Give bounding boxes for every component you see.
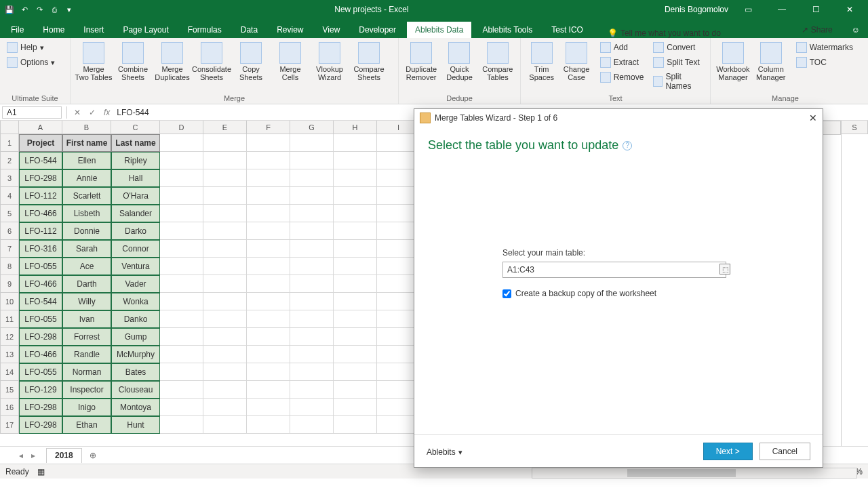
cell[interactable] — [247, 381, 290, 399]
cell[interactable]: LFO-298 — [19, 328, 62, 346]
cell[interactable] — [160, 152, 203, 169]
cell[interactable] — [334, 152, 377, 169]
cell[interactable] — [203, 134, 247, 152]
qat-more-icon[interactable]: ▾ — [64, 4, 75, 15]
cell[interactable] — [203, 381, 247, 399]
help-button[interactable]: Help ▾ — [4, 41, 58, 54]
ribbon-button[interactable]: Merge Two Tables — [75, 41, 113, 81]
cell[interactable] — [160, 310, 203, 328]
cell[interactable]: Ace — [62, 258, 111, 275]
cell[interactable]: LFO-466 — [19, 275, 62, 293]
row-header[interactable]: 13 — [0, 346, 19, 363]
tab-ablebits-data[interactable]: Ablebits Data — [407, 22, 471, 38]
cell[interactable]: Inigo — [62, 399, 111, 416]
redo-icon[interactable]: ↷ — [34, 4, 45, 15]
cell[interactable]: O'Hara — [111, 187, 160, 205]
cell[interactable]: Forrest — [62, 328, 111, 346]
split-names-button[interactable]: Split Names — [650, 70, 706, 92]
cell[interactable] — [334, 381, 377, 399]
cell[interactable] — [290, 169, 334, 187]
cell[interactable]: LFO-112 — [19, 222, 62, 240]
cell[interactable] — [203, 328, 247, 346]
cell[interactable]: LFO-055 — [19, 363, 62, 381]
remove-button[interactable]: Remove — [597, 70, 647, 84]
cell[interactable] — [203, 187, 247, 205]
cell[interactable]: McMurphy — [111, 346, 160, 363]
cell[interactable]: Sarah — [62, 240, 111, 258]
cell[interactable] — [334, 293, 377, 310]
cell[interactable] — [247, 310, 290, 328]
toc-button[interactable]: TOC — [793, 56, 856, 69]
cell[interactable]: Willy — [62, 293, 111, 310]
cell[interactable] — [203, 169, 247, 187]
cell[interactable]: LFO-055 — [19, 310, 62, 328]
cell[interactable] — [290, 346, 334, 363]
save-icon[interactable]: 💾 — [4, 4, 15, 15]
cell[interactable] — [334, 258, 377, 275]
row-header[interactable]: 2 — [0, 152, 19, 169]
cell[interactable] — [247, 275, 290, 293]
cell[interactable]: Danko — [111, 310, 160, 328]
tab-developer[interactable]: Developer — [351, 22, 404, 38]
cell[interactable] — [160, 205, 203, 222]
tab-page-layout[interactable]: Page Layout — [115, 22, 176, 38]
cell[interactable] — [247, 187, 290, 205]
cell[interactable] — [160, 187, 203, 205]
cell[interactable] — [334, 363, 377, 381]
tab-view[interactable]: View — [315, 22, 349, 38]
cell[interactable] — [334, 134, 377, 152]
cell[interactable]: LFO-298 — [19, 416, 62, 434]
cell[interactable] — [247, 205, 290, 222]
cell[interactable] — [247, 152, 290, 169]
tab-test-ico[interactable]: Test ICO — [543, 22, 591, 38]
cell[interactable] — [160, 258, 203, 275]
undo-icon[interactable]: ↶ — [19, 4, 30, 15]
range-picker-icon[interactable]: ⬚ — [719, 264, 730, 274]
ribbon-button[interactable]: Quick Dedupe — [441, 41, 477, 81]
cell[interactable] — [160, 381, 203, 399]
cell[interactable]: Hall — [111, 169, 160, 187]
cell[interactable] — [334, 346, 377, 363]
cell[interactable] — [203, 363, 247, 381]
cell[interactable] — [290, 381, 334, 399]
close-icon[interactable]: ✕ — [835, 5, 864, 14]
cell[interactable] — [290, 328, 334, 346]
add-button[interactable]: Add — [597, 41, 647, 54]
cell[interactable] — [334, 169, 377, 187]
tab-formulas[interactable]: Formulas — [180, 22, 230, 38]
cell[interactable]: Hunt — [111, 416, 160, 434]
cell[interactable]: Ethan — [62, 416, 111, 434]
macro-icon[interactable]: ▦ — [37, 467, 45, 476]
column-header[interactable]: H — [334, 121, 377, 134]
cell[interactable] — [334, 187, 377, 205]
cell[interactable] — [160, 399, 203, 416]
cell[interactable] — [247, 363, 290, 381]
row-header[interactable]: 14 — [0, 363, 19, 381]
ribbon-button[interactable]: Compare Tables — [479, 41, 516, 81]
cell[interactable] — [247, 240, 290, 258]
column-header[interactable]: A — [19, 121, 62, 134]
row-header[interactable]: 10 — [0, 293, 19, 310]
cell[interactable]: Lisbeth — [62, 205, 111, 222]
cell[interactable] — [203, 205, 247, 222]
cell[interactable] — [334, 310, 377, 328]
cell[interactable] — [290, 134, 334, 152]
cell[interactable] — [247, 134, 290, 152]
tab-home[interactable]: Home — [35, 22, 73, 38]
cell[interactable] — [160, 416, 203, 434]
backup-checkbox[interactable]: Create a backup copy of the worksheet — [502, 289, 733, 298]
cell[interactable]: LFO-298 — [19, 169, 62, 187]
cell[interactable]: Ivan — [62, 310, 111, 328]
row-header[interactable]: 8 — [0, 258, 19, 275]
cell[interactable] — [290, 399, 334, 416]
row-header[interactable]: 11 — [0, 310, 19, 328]
cell[interactable] — [160, 240, 203, 258]
cell[interactable]: LFO-129 — [19, 381, 62, 399]
cell[interactable] — [247, 346, 290, 363]
user-name[interactable]: Denis Bogomolov — [665, 5, 728, 14]
new-sheet-icon[interactable]: ⊕ — [85, 448, 101, 463]
tab-data[interactable]: Data — [233, 22, 266, 38]
cell[interactable]: Darko — [111, 222, 160, 240]
tab-nav-prev-icon[interactable]: ◂ — [19, 451, 23, 460]
cell[interactable] — [203, 222, 247, 240]
